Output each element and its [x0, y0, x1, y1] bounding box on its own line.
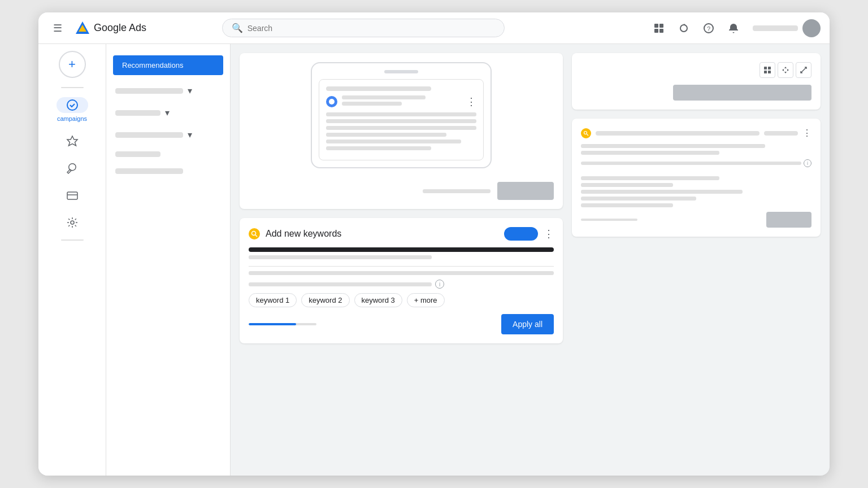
svg-marker-9 — [67, 136, 77, 146]
right-card-progress — [581, 219, 637, 221]
kw-info-line — [249, 271, 554, 275]
content-area: ⋮ — [231, 44, 830, 476]
ad-more-icon[interactable]: ⋮ — [466, 95, 476, 108]
sidebar-item-campaigns[interactable]: campaigns — [38, 93, 106, 127]
ad-row: ⋮ — [326, 95, 476, 108]
keyword-sub-line — [249, 255, 432, 259]
chevron-down-icon: ▾ — [165, 107, 170, 118]
ad-title-line — [326, 86, 431, 91]
sidebar-item-goals[interactable] — [38, 129, 106, 154]
ad-text-lines — [342, 95, 462, 108]
left-column: ⋮ — [240, 53, 563, 467]
phone-mockup: ⋮ — [311, 62, 492, 168]
rc-info-icon: i — [804, 159, 811, 167]
right-column: ⋮ i — [572, 53, 821, 467]
svg-rect-4 — [654, 29, 658, 33]
svg-rect-3 — [659, 24, 663, 28]
phone-notch — [384, 70, 418, 73]
keyword-more-icon[interactable]: ⋮ — [544, 228, 554, 240]
nav-item-label — [115, 151, 160, 157]
bell-icon — [728, 23, 739, 34]
dashboard-icon-button[interactable] — [649, 18, 669, 38]
keyword-chip-more[interactable]: + more — [407, 293, 445, 307]
keyword-badge — [504, 227, 538, 241]
create-button[interactable]: + — [59, 51, 86, 78]
svg-rect-10 — [67, 192, 77, 199]
right-card-apply-button[interactable] — [766, 212, 811, 228]
svg-rect-18 — [768, 71, 771, 73]
info-icon: i — [435, 280, 444, 289]
phone-inner: ⋮ — [319, 79, 484, 160]
billing-icon-wrap — [57, 188, 88, 203]
svg-point-13 — [252, 232, 256, 236]
right-card-title-line — [596, 131, 760, 136]
right-search-icon — [581, 128, 591, 138]
footer-line — [423, 189, 491, 193]
search-area: 🔍 — [222, 19, 505, 37]
right-top-icons — [760, 62, 811, 78]
right-card-more-icon[interactable]: ⋮ — [802, 128, 811, 138]
nav-item-label — [115, 132, 183, 138]
right-card-header: ⋮ — [581, 128, 811, 138]
goals-icon-wrap — [57, 133, 88, 149]
move-icon — [782, 66, 789, 74]
svg-point-19 — [584, 131, 587, 134]
search-icon: 🔍 — [232, 23, 243, 33]
nav-panel: Recommendations ▾ ▾ ▾ — [106, 44, 231, 476]
avatar — [802, 19, 821, 37]
apply-all-button[interactable]: Apply all — [501, 314, 554, 334]
nav-item-3[interactable]: ▾ — [106, 124, 230, 146]
rc-info-row: i — [581, 159, 811, 167]
keyword-chips: keyword 1 keyword 2 keyword 3 + more — [249, 293, 554, 307]
right-search-card: ⋮ i — [572, 119, 821, 237]
keyword-chip-3[interactable]: keyword 3 — [354, 293, 402, 307]
resize-icon — [800, 66, 808, 74]
content-line — [581, 197, 696, 201]
sidebar-item-settings[interactable] — [38, 210, 106, 235]
search-input[interactable] — [248, 24, 495, 33]
resize-icon-button[interactable] — [796, 62, 811, 78]
topnav-icons: ? — [649, 18, 821, 38]
content-line — [581, 176, 719, 180]
keyword-header: Add new keywords ⋮ — [249, 227, 554, 241]
svg-point-12 — [71, 221, 74, 224]
grid-icon-button[interactable] — [760, 62, 775, 78]
keyword-progress-fill — [249, 323, 296, 325]
sidebar-divider-1 — [61, 87, 84, 88]
hamburger-button[interactable]: ☰ — [47, 18, 68, 38]
svg-point-8 — [67, 100, 77, 110]
nav-item-label — [115, 168, 183, 174]
recommendations-button[interactable]: Recommendations — [113, 55, 223, 75]
refresh-button[interactable] — [674, 18, 694, 38]
nav-item-label — [115, 110, 160, 116]
content-line — [581, 203, 673, 207]
notifications-button[interactable] — [723, 18, 744, 38]
app-title: Google Ads — [94, 22, 146, 34]
keyword-chip-2[interactable]: keyword 2 — [301, 293, 349, 307]
help-button[interactable]: ? — [698, 18, 719, 38]
nav-item-5[interactable] — [106, 163, 230, 180]
logo-area: Google Ads — [75, 20, 146, 36]
right-top-card — [572, 53, 821, 110]
billing-icon — [66, 189, 79, 202]
nav-item-4[interactable] — [106, 146, 230, 163]
rc-info-line-1 — [581, 162, 801, 165]
move-icon-button[interactable] — [778, 62, 793, 78]
svg-rect-2 — [654, 24, 658, 28]
nav-item-2[interactable]: ▾ — [106, 102, 230, 124]
sidebar-item-tools[interactable] — [38, 156, 106, 181]
content-line — [581, 183, 673, 187]
settings-icon — [66, 216, 79, 229]
chevron-down-icon: ▾ — [188, 85, 192, 96]
right-top-apply-bar[interactable] — [673, 85, 811, 101]
help-icon: ? — [703, 23, 714, 34]
ad-preview-apply-button[interactable] — [497, 182, 554, 200]
nav-item-1[interactable]: ▾ — [106, 80, 230, 102]
ad-favicon — [326, 96, 337, 107]
separator — [249, 266, 554, 267]
goals-icon — [66, 135, 79, 147]
keyword-chip-1[interactable]: keyword 1 — [249, 293, 297, 307]
svg-rect-16 — [768, 67, 771, 69]
sidebar-item-billing[interactable] — [38, 183, 106, 208]
nav-item-label — [115, 88, 183, 94]
